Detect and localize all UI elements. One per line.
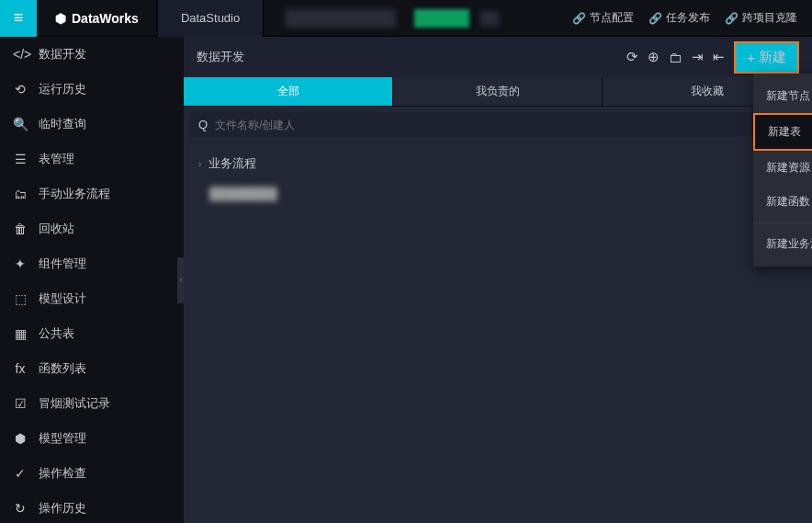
tree-root[interactable]: › 业务流程 [184,148,812,179]
brand-icon: ⬢ [55,11,66,26]
search-bar: Q [189,112,806,137]
search-icon: Q [198,118,208,131]
blurred-info [286,9,396,28]
divider [753,222,812,223]
sidebar-item-components[interactable]: ✦组件管理 [0,246,184,281]
locate-icon[interactable]: ⊕ [648,49,660,65]
search-input[interactable] [215,119,797,131]
hamburger-icon: ≡ [14,8,24,28]
content-panel: 数据开发 ⟳ ⊕ 🗀 ⇥ ⇤ + 新建 ☐ ↻ ⤓ 全部 我负责的 我 [184,37,812,523]
link-icon: 🔗 [572,12,586,25]
new-button[interactable]: + 新建 [734,41,799,74]
code-icon: </> [13,47,28,62]
tab-mine[interactable]: 我负责的 [393,77,603,106]
fx-icon: fx [13,361,28,376]
dropdown-new-resource[interactable]: 新建资源› [753,151,812,185]
link-icon: 🔗 [648,12,662,25]
sidebar-item-manual[interactable]: 🗂手动业务流程 [0,176,184,211]
sidebar-item-model-mgmt[interactable]: ⬢模型管理 [0,421,184,456]
sidebar-item-public-tables[interactable]: ▦公共表 [0,316,184,351]
sidebar-item-trash[interactable]: 🗑回收站 [0,211,184,246]
trash-icon: 🗑 [13,222,28,236]
content-title: 数据开发 [197,49,244,65]
check-icon: ☑ [13,396,28,411]
status-badge [414,9,469,28]
plus-icon: + [747,50,755,65]
cube-icon: ⬢ [13,431,28,446]
top-link-node-config[interactable]: 🔗节点配置 [567,10,639,26]
top-link-cross-project[interactable]: 🔗跨项目克隆 [719,10,803,26]
dropdown-new-flow[interactable]: 新建业务流程 [753,227,812,261]
puzzle-icon: ✦ [13,256,28,271]
top-link-task-publish[interactable]: 🔗任务发布 [643,10,716,26]
menu-toggle[interactable]: ≡ [0,0,37,37]
export-icon[interactable]: ⇤ [713,49,725,65]
history-icon: ⟲ [13,82,28,97]
sidebar: </>数据开发 ⟲运行历史 🔍临时查询 ☰表管理 🗂手动业务流程 🗑回收站 ✦组… [0,37,184,523]
check-icon: ✓ [13,466,28,481]
brand-name: DataWorks [72,11,139,26]
studio-tab[interactable]: DataStudio [157,0,264,37]
brand: ⬢ DataWorks [37,11,157,26]
dropdown-new-node[interactable]: 新建节点› [753,79,812,113]
import-icon[interactable]: ⇥ [692,49,704,65]
grid-icon: ▦ [13,326,28,341]
blurred-tree-item: ████████ [184,179,812,208]
history-icon: ↻ [13,501,28,516]
chevron-right-icon: › [198,159,201,169]
sidebar-item-model-design[interactable]: ⬚模型设计 [0,281,184,316]
blurred-info [480,11,499,26]
sidebar-item-tables[interactable]: ☰表管理 [0,142,184,176]
search-icon: 🔍 [13,117,28,131]
dropdown-new-function[interactable]: 新建函数› [753,185,812,219]
sidebar-item-op-check[interactable]: ✓操作检查 [0,456,184,491]
dropdown-new-table[interactable]: 新建表› [753,113,812,151]
sidebar-item-dev[interactable]: </>数据开发 [0,37,184,72]
sidebar-item-smoke-test[interactable]: ☑冒烟测试记录 [0,386,184,421]
sidebar-item-op-history[interactable]: ↻操作历史 [0,491,184,523]
new-dropdown: 新建节点› 新建表› 新建资源› 新建函数› 新建业务流程 [753,74,812,267]
refresh-icon[interactable]: ⟳ [626,49,638,65]
sidebar-item-query[interactable]: 🔍临时查询 [0,107,184,142]
cube-icon: ⬚ [13,291,28,306]
link-icon: 🔗 [725,12,739,25]
sidebar-item-functions[interactable]: fx函数列表 [0,351,184,386]
sidebar-item-history[interactable]: ⟲运行历史 [0,72,184,107]
folder-icon: 🗂 [13,187,28,201]
folder-icon[interactable]: 🗀 [669,50,682,65]
table-icon: ☰ [13,152,28,166]
tab-all[interactable]: 全部 [184,77,393,106]
